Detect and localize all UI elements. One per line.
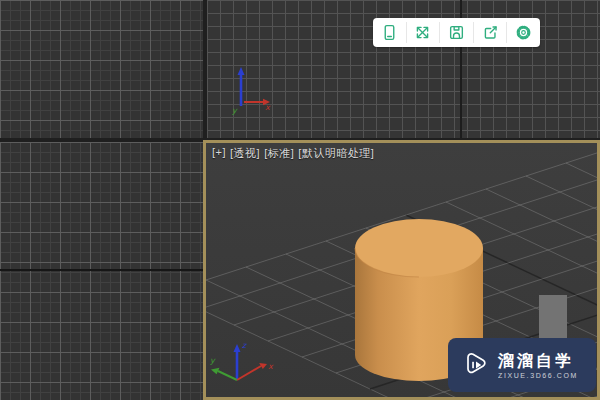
axis-tripod-front: x y [221,64,277,116]
save-icon [448,24,465,41]
z-axis-arrow [234,344,241,352]
world-axis-line-horizontal [0,269,203,271]
x-axis-label: x [268,362,274,371]
save-button[interactable] [440,18,473,47]
z-axis-arrow [238,67,245,75]
gray-panel [539,295,567,343]
viewport-bottom-left[interactable] [0,142,203,400]
floating-toolbar [373,18,540,47]
expand-icon [414,24,431,41]
expand-button[interactable] [407,18,440,47]
x-axis-label: x [265,103,271,112]
axis-tripod-perspective: z y x [210,341,274,380]
play-badge-icon [457,348,491,382]
viewport-menu-view[interactable]: [透视] [230,146,260,161]
settings-button[interactable] [507,18,540,47]
device-button[interactable] [373,18,406,47]
share-icon [482,24,499,41]
viewport-menu-plus[interactable]: [+] [212,146,226,161]
watermark: 溜溜自学 zixue.3d66.com [448,338,596,392]
viewport-menu-standard[interactable]: [标准] [264,146,294,161]
watermark-text: 溜溜自学 zixue.3d66.com [498,352,578,379]
y-axis-label: y [210,356,216,365]
viewport-label: [+] [透视] [标准] [默认明暗处理] [212,146,374,161]
y-axis-label: y [232,106,238,115]
settings-icon [515,24,532,41]
watermark-subtitle: zixue.3d66.com [498,372,578,379]
device-icon [381,24,398,41]
watermark-title: 溜溜自学 [498,352,578,370]
viewport-menu-shading[interactable]: [默认明暗处理] [298,146,374,161]
application-window: x y [0,0,600,400]
z-axis-label: z [242,341,247,350]
viewport-top-left[interactable] [0,0,203,138]
share-button[interactable] [474,18,507,47]
